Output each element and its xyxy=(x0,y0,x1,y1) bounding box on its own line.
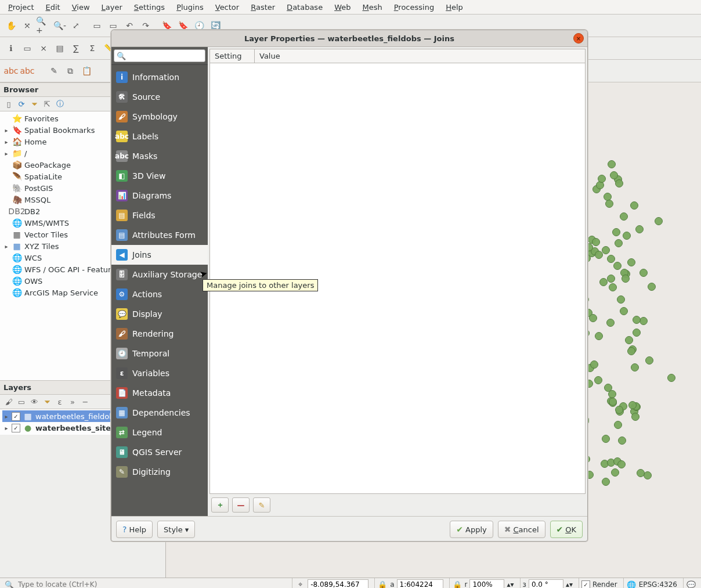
locate-input[interactable] xyxy=(17,580,236,588)
zoom-selection-icon[interactable]: ▭ xyxy=(89,18,104,33)
nav-labels[interactable]: abcLabels xyxy=(111,127,208,146)
nav-fields[interactable]: ▤Fields xyxy=(111,205,208,225)
column-setting[interactable]: Setting xyxy=(210,49,255,63)
field-calc-icon[interactable]: ∑ xyxy=(68,41,84,56)
nav-display[interactable]: 💬Display xyxy=(111,304,208,324)
nav-attributes-form[interactable]: ▤Attributes Form xyxy=(111,225,208,245)
identify-icon[interactable]: ℹ xyxy=(3,41,19,56)
nav-3dview[interactable]: ◧3D View xyxy=(111,166,208,186)
paste-feat-icon[interactable]: 📋 xyxy=(79,63,94,78)
menu-database[interactable]: Database xyxy=(282,2,327,13)
stats-icon[interactable]: Σ xyxy=(85,41,100,56)
menu-help[interactable]: Help xyxy=(441,2,468,13)
layers-expr-icon[interactable]: ε xyxy=(55,396,65,407)
nav-variables-icon: ε xyxy=(116,367,128,379)
nav-masks[interactable]: abcMasks xyxy=(111,146,208,166)
locate-icon[interactable]: 🔍 xyxy=(4,579,15,588)
menu-settings[interactable]: Settings xyxy=(129,2,169,13)
map-point xyxy=(608,390,616,398)
nav-actions[interactable]: ⚙Actions xyxy=(111,284,208,304)
add-join-button[interactable]: ＋ xyxy=(211,497,229,513)
menu-mesh[interactable]: Mesh xyxy=(358,2,387,13)
browser-refresh-icon[interactable]: ⟳ xyxy=(16,99,27,109)
nav-diagrams[interactable]: 📊Diagrams xyxy=(111,186,208,205)
nav-qgis-server[interactable]: 🖥QGIS Server xyxy=(111,442,208,462)
close-icon[interactable]: × xyxy=(573,33,584,44)
layers-visibility-icon[interactable]: 👁 xyxy=(29,396,39,407)
messages-icon[interactable]: 💬 xyxy=(686,579,696,588)
open-table-icon[interactable]: ▤ xyxy=(52,41,67,56)
edit-tool-icon[interactable]: ✎ xyxy=(46,63,62,78)
zoom-out-icon[interactable]: 🔍- xyxy=(52,18,67,33)
zoom-in-icon[interactable]: 🔍+ xyxy=(36,18,51,33)
crs-icon[interactable]: 🌐 xyxy=(626,579,637,588)
layers-remove-icon[interactable]: − xyxy=(80,396,91,407)
browser-props-icon[interactable]: ⓘ xyxy=(55,99,65,109)
edit-join-button[interactable]: ✎ xyxy=(253,497,270,513)
menu-project[interactable]: Project xyxy=(3,2,39,13)
map-point xyxy=(633,329,641,337)
nav-source[interactable]: 🛠Source xyxy=(111,87,208,107)
coordinate-field[interactable] xyxy=(308,579,368,588)
browser-collapse-icon[interactable]: ⇱ xyxy=(42,99,52,109)
layers-filter-icon[interactable]: ⏷ xyxy=(42,396,52,407)
column-value[interactable]: Value xyxy=(255,49,586,63)
deselect-icon[interactable]: ⨯ xyxy=(36,41,51,56)
nav-metadata[interactable]: 📄Metadata xyxy=(111,383,208,403)
map-point xyxy=(614,421,622,429)
nav-variables[interactable]: εVariables xyxy=(111,363,208,383)
label-pin-icon[interactable]: abc xyxy=(20,63,35,78)
menu-processing[interactable]: Processing xyxy=(389,2,439,13)
magnifier-field[interactable] xyxy=(469,579,504,588)
menu-edit[interactable]: Edit xyxy=(41,2,65,13)
crs-label[interactable]: EPSG:4326 xyxy=(639,580,677,588)
nav-symbology[interactable]: 🖌Symbology xyxy=(111,107,208,127)
nav-legend[interactable]: ⇄Legend xyxy=(111,423,208,442)
menu-plugins[interactable]: Plugins xyxy=(172,2,208,13)
nav-digitizing[interactable]: ✎Digitizing xyxy=(111,462,208,482)
menu-raster[interactable]: Raster xyxy=(246,2,280,13)
nav-joins-icon: ◀ xyxy=(116,249,128,261)
layers-expand-icon[interactable]: » xyxy=(67,396,78,407)
layers-add-group-icon[interactable]: ▭ xyxy=(16,396,27,407)
layers-style-icon[interactable]: 🖌 xyxy=(3,396,14,407)
nav-temporal-icon: 🕘 xyxy=(116,348,128,359)
apply-button[interactable]: ✔ Apply xyxy=(450,521,493,538)
remove-join-button[interactable]: — xyxy=(232,497,250,513)
magnifier-lock-icon[interactable]: 🔒 xyxy=(452,579,462,588)
joins-table-body[interactable] xyxy=(209,63,586,494)
zoom-full-icon[interactable]: ⤢ xyxy=(68,18,84,33)
add-layer-icon[interactable]: ▯ xyxy=(3,99,14,109)
ok-button[interactable]: ✔ OK xyxy=(550,521,583,538)
help-button[interactable]: ? Help xyxy=(116,521,153,538)
dialog-search-input[interactable]: 🔍 xyxy=(114,49,205,62)
menu-web[interactable]: Web xyxy=(330,2,355,13)
cancel-button[interactable]: ✖ Cancel xyxy=(498,521,545,538)
pan-icon[interactable]: ✋ xyxy=(3,18,19,33)
scale-field[interactable] xyxy=(397,579,443,588)
nav-joins[interactable]: ◀Joins xyxy=(111,245,208,265)
nav-information[interactable]: iInformation xyxy=(111,67,208,87)
layer-visibility-checkbox[interactable]: ✓ xyxy=(12,412,20,421)
nav-aux-storage-icon: 🗄 xyxy=(116,269,128,280)
copy-feat-icon[interactable]: ⧉ xyxy=(63,63,78,78)
map-point xyxy=(599,278,608,286)
nav-temporal[interactable]: 🕘Temporal xyxy=(111,344,208,363)
menu-vector[interactable]: Vector xyxy=(211,2,244,13)
rotation-field[interactable] xyxy=(529,579,563,588)
nav-dependencies[interactable]: ▦Dependencies xyxy=(111,403,208,423)
menu-view[interactable]: View xyxy=(67,2,95,13)
layer-properties-dialog: Layer Properties — waterbeetles_fieldobs… xyxy=(111,30,588,542)
menu-layer[interactable]: Layer xyxy=(97,2,127,13)
nav-aux-storage[interactable]: 🗄Auxiliary Storage xyxy=(111,265,208,284)
label-tool-icon[interactable]: abc xyxy=(3,63,19,78)
coord-icon[interactable]: ⌖ xyxy=(295,579,305,588)
pan-to-selection-icon[interactable]: ⤧ xyxy=(20,18,35,33)
style-button[interactable]: Style ▾ xyxy=(157,521,195,538)
render-checkbox[interactable]: ✓ xyxy=(581,580,590,589)
map-point xyxy=(633,316,641,324)
nav-rendering[interactable]: 🖌Rendering xyxy=(111,324,208,344)
layer-visibility-checkbox[interactable]: ✓ xyxy=(12,424,20,432)
select-icon[interactable]: ▭ xyxy=(20,41,35,56)
browser-filter-icon[interactable]: ⏷ xyxy=(29,99,39,109)
